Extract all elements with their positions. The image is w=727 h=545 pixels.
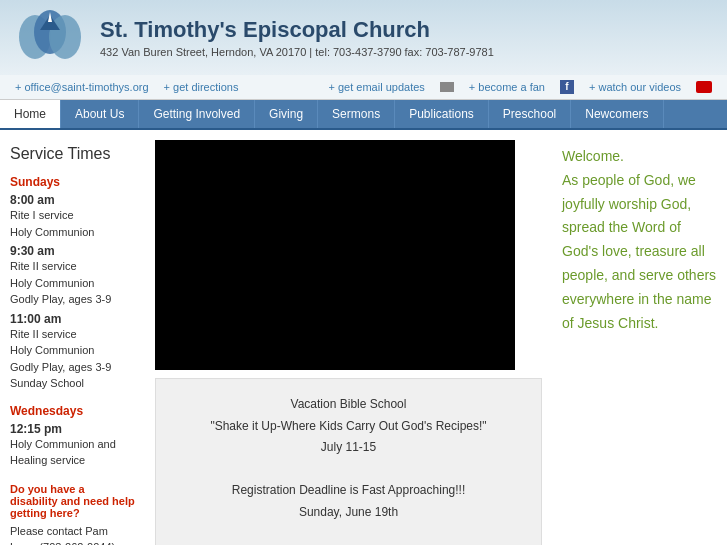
email-link[interactable]: office@saint-timothys.org [15,81,149,93]
nav-item-publications[interactable]: Publications [395,100,489,128]
top-links-right: get email updates become a fan f watch o… [329,80,713,94]
nav-item-sermons[interactable]: Sermons [318,100,395,128]
welcome-text: Welcome. As people of God, we joyfully w… [562,145,717,335]
disability-title[interactable]: Do you have a disability and need help g… [10,483,135,519]
vbs-line2: "Shake it Up-Where Kids Carry Out God's … [171,416,526,438]
time-930: 9:30 am [10,244,135,258]
nav-item-getting-involved[interactable]: Getting Involved [139,100,255,128]
right-panel: Welcome. As people of God, we joyfully w… [552,130,727,545]
header: St. Timothy's Episcopal Church 432 Van B… [0,0,727,75]
main-content: Service Times Sundays 8:00 am Rite I ser… [0,130,727,545]
vbs-line5: Sunday, June 19th [171,502,526,524]
sidebar: Service Times Sundays 8:00 am Rite I ser… [0,130,145,545]
top-links-left: office@saint-timothys.org get directions [15,81,238,93]
vbs-line3: July 11-15 [171,437,526,459]
facebook-icon: f [560,80,574,94]
center-content: Vacation Bible School "Shake it Up-Where… [145,130,552,545]
church-info: St. Timothy's Episcopal Church 432 Van B… [100,17,494,58]
nav-item-preschool[interactable]: Preschool [489,100,571,128]
church-name: St. Timothy's Episcopal Church [100,17,494,43]
service-1100: Rite II serviceHoly CommunionGodly Play,… [10,326,135,392]
church-address: 432 Van Buren Street, Herndon, VA 20170 … [100,46,494,58]
time-800: 8:00 am [10,193,135,207]
vbs-line4: Registration Deadline is Fast Approachin… [171,480,526,502]
service-1215: Holy Communion andHealing service [10,436,135,469]
wednesdays-label: Wednesdays [10,404,135,418]
time-1100: 11:00 am [10,312,135,326]
service-930: Rite II serviceHoly CommunionGodly Play,… [10,258,135,308]
nav-item-newcomers[interactable]: Newcomers [571,100,663,128]
church-logo [15,10,85,65]
youtube-icon [696,81,712,93]
sundays-label: Sundays [10,175,135,189]
service-800: Rite I serviceHoly Communion [10,207,135,240]
fan-link[interactable]: become a fan [469,81,545,93]
nav-item-giving[interactable]: Giving [255,100,318,128]
vbs-announcement: Vacation Bible School "Shake it Up-Where… [155,378,542,545]
time-1215: 12:15 pm [10,422,135,436]
vbs-line1: Vacation Bible School [171,394,526,416]
video-player[interactable] [155,140,515,370]
nav-item-home[interactable]: Home [0,100,61,128]
videos-link[interactable]: watch our videos [589,81,681,93]
directions-link[interactable]: get directions [164,81,239,93]
navigation: Home About Us Getting Involved Giving Se… [0,100,727,130]
email-updates-link[interactable]: get email updates [329,81,425,93]
top-links-bar: office@saint-timothys.org get directions… [0,75,727,100]
email-icon [440,82,454,92]
service-times-title: Service Times [10,145,135,163]
disability-text: Please contact Pam Lowe (703-262-0044) o… [10,523,135,546]
nav-item-about[interactable]: About Us [61,100,139,128]
